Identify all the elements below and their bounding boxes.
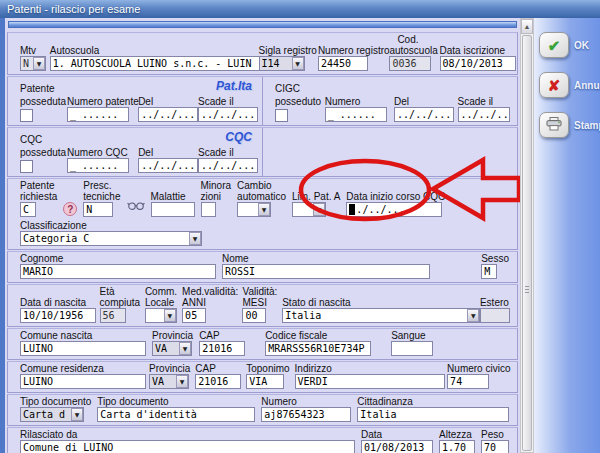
validita-mesi-label1: Validità: [242,286,276,297]
provincia-residenza-group: Provincia VA ▼ [149,363,189,389]
patente-posseduta-group: posseduta [20,96,63,122]
cod-autoscuola-group: Cod. autoscuola 0036 [389,34,433,71]
codice-fiscale-input[interactable]: MRARSS56R10E734P [265,341,371,356]
cigc-scade-input[interactable]: ../../.. [458,107,510,122]
autoscuola-value: 1. AUTOSCUOLA LUINO s.n.c. - LUIN [53,58,252,69]
numero-civico-value: 74 [450,376,462,387]
stampa-button[interactable] [539,112,569,138]
cambio-automatico-select[interactable]: ▼ [237,202,271,217]
sesso-input[interactable]: M [481,264,497,279]
patente-scade-group: Scade il ../../.... [198,96,254,122]
validita-anni-group: Med.validità: ANNI 05 [182,286,236,323]
lim-pat-label: Lim. Pat. A [292,191,340,202]
nome-input[interactable]: ROSSI [222,264,430,279]
sangue-label: Sangue [391,330,433,341]
provincia-residenza-select[interactable]: VA ▼ [149,374,189,389]
validita-mesi-input[interactable]: 00 [242,308,266,323]
sesso-value: M [484,266,490,277]
data-iscrizione-value: 08/10/2013 [443,58,503,69]
ok-row: ✔ OK [534,32,600,58]
numero-registro-input[interactable]: 24450 [318,56,368,71]
title-bar[interactable]: Patenti - rilascio per esame [0,0,600,18]
numero-patente-group: Numero patente _ ...... [67,96,134,122]
numero-registro-value: 24450 [321,58,351,69]
classificazione-label: Classificazione [20,220,509,231]
patente-del-value: ../../.... [141,109,198,120]
mtv-select[interactable]: N ▼ [20,56,46,71]
scrollbar-thumb[interactable] [522,35,532,451]
sangue-group: Sangue [391,330,433,356]
documento-data-input[interactable]: 01/08/2013 [361,440,433,453]
ok-button[interactable]: ✔ [539,32,569,58]
inizio-cqc-input[interactable]: ./../.... [346,202,442,217]
tipo-documento-select[interactable]: Carta d ▼ [20,407,84,422]
comm-locale-label1: Comm. [145,286,176,297]
cqc-scade-input[interactable]: ../../.... [198,158,258,173]
scroll-up-button[interactable]: ▲ [521,19,533,34]
patente-posseduta-checkbox[interactable] [20,109,33,122]
cambio-automatico-group: Cambio automatico ▼ [237,180,286,217]
mtv-group: Mtv N ▼ [20,45,44,71]
lim-pat-select[interactable]: ▼ [292,202,326,217]
cap-residenza-input[interactable]: 21016 [195,374,241,389]
data-nascita-input[interactable]: 10/10/1956 [20,308,96,323]
cigc-posseduto-checkbox[interactable] [275,109,288,122]
altezza-input[interactable]: 1.70 [439,440,475,453]
toponimo-value: VIA [249,376,267,387]
validita-mesi-value: 00 [245,310,257,321]
cittadinanza-input[interactable]: Italia [357,407,509,422]
data-iscrizione-input[interactable]: 08/10/2013 [440,56,516,71]
cqc-posseduta-checkbox[interactable] [20,160,33,173]
cap-nascita-input[interactable]: 21016 [199,341,245,356]
rilasciato-da-input[interactable]: Comune di LUINO [20,440,355,453]
codice-fiscale-label: Codice fiscale [265,330,371,341]
patente-richiesta-group: Patente richiesta C [20,180,57,217]
numero-patente-input[interactable]: _ ...... [67,107,129,122]
documento-data-label: Data [361,429,433,440]
presc-tecniche-input[interactable]: N [83,202,113,217]
tipo-documento-input[interactable]: Carta d'identità [97,407,255,422]
classificazione-group: Classificazione Categoria C ▼ [20,220,509,246]
chevron-down-icon: ▼ [33,57,45,70]
toponimo-input[interactable]: VIA [246,374,284,389]
sigla-registro-select[interactable]: I14 ▼ [259,56,305,71]
indirizzo-input[interactable]: VERDI [295,374,445,389]
eta-value: 56 [103,310,115,321]
patente-scade-input[interactable]: ../../.... [198,107,258,122]
cigc-del-input[interactable]: ../../.... [394,107,454,122]
autoscuola-select[interactable]: 1. AUTOSCUOLA LUINO s.n.c. - LUIN ▼ [50,56,272,71]
comune-nascita-input[interactable]: LUINO [20,341,146,356]
sangue-input[interactable] [391,341,433,356]
provincia-residenza-value: VA [152,376,164,387]
peso-input[interactable]: 70 [481,440,509,453]
malattie-input[interactable] [151,202,195,217]
help-icon[interactable]: ? [63,202,77,216]
cqc-numero-input[interactable]: _ ...... [67,158,129,173]
minorazioni-input[interactable] [201,202,216,217]
documento-numero-input[interactable]: aj87654323 [261,407,351,422]
numero-civico-input[interactable]: 74 [447,374,489,389]
cap-nascita-label: CAP [199,330,245,341]
stato-nascita-select[interactable]: Italia ▼ [282,308,480,323]
cognome-input[interactable]: MARIO [20,264,216,279]
provincia-nascita-group: Provincia VA ▼ [152,330,193,356]
classificazione-select[interactable]: Categoria C ▼ [20,231,202,246]
data-iscrizione-group: Data iscrizione 08/10/2013 [440,45,509,71]
cqc-del-input[interactable]: ../../.... [138,158,198,173]
vertical-scrollbar[interactable]: ▲ [520,18,534,453]
comune-residenza-input[interactable]: LUINO [20,374,146,389]
sigla-registro-group: Sigla registro I14 ▼ [259,45,312,71]
numero-registro-group: Numero registro 24450 [318,45,384,71]
cap-residenza-group: CAP 21016 [195,363,240,389]
cigc-numero-input[interactable]: _ ...... [325,107,387,122]
comm-locale-select[interactable]: ▼ [145,308,177,323]
comune-nascita-band: Comune nascita LUINO Provincia VA ▼ CA [7,328,518,360]
provincia-nascita-select[interactable]: VA ▼ [152,341,192,356]
annulla-button[interactable]: ✘ [539,72,569,98]
patente-richiesta-input[interactable]: C [20,202,36,217]
patente-scade-label: Scade il [198,96,254,107]
validita-anni-input[interactable]: 05 [182,308,206,323]
patente-del-input[interactable]: ../../.... [138,107,198,122]
mtv-label: Mtv [20,45,44,56]
provincia-residenza-label: Provincia [149,363,189,374]
